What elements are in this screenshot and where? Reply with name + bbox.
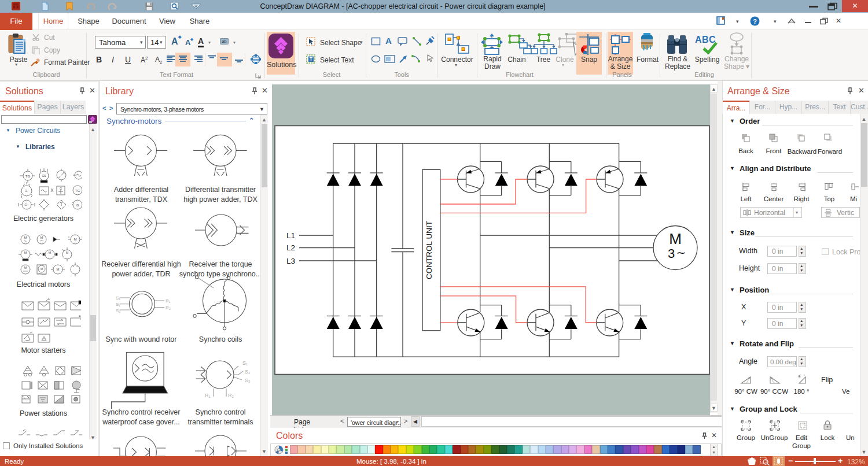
svg-text:G~: G~ — [25, 203, 29, 206]
svg-text:ab: ab — [222, 39, 227, 43]
svg-text:M: M — [41, 236, 43, 239]
svg-text:L1: L1 — [286, 231, 295, 240]
svg-text:R₂: R₂ — [165, 305, 171, 310]
svg-text:M: M — [24, 236, 27, 239]
svg-text:M: M — [669, 230, 682, 247]
svg-text:S₃: S₃ — [116, 308, 121, 313]
svg-text:TG: TG — [75, 189, 80, 193]
svg-text:transmitter terminals: transmitter terminals — [187, 418, 253, 426]
svg-text:Synchro control receiver: Synchro control receiver — [102, 408, 181, 416]
svg-text:Synchro control: Synchro control — [196, 408, 246, 416]
svg-text:Receiver differential high: Receiver differential high — [101, 260, 181, 268]
svg-text:S₂: S₂ — [116, 302, 120, 307]
svg-text:L3: L3 — [286, 257, 295, 265]
svg-text:transmitter, TDX: transmitter, TDX — [115, 195, 168, 204]
svg-text:∼: ∼ — [676, 246, 686, 259]
svg-text:G: G — [76, 204, 79, 207]
svg-text:M: M — [49, 251, 52, 254]
svg-text:waterproof case gover...: waterproof case gover... — [102, 418, 179, 426]
svg-text:Synchro coils: Synchro coils — [199, 335, 242, 343]
svg-text:S₁: S₁ — [242, 360, 248, 366]
svg-text:TG: TG — [25, 175, 31, 178]
svg-text:M: M — [66, 251, 68, 254]
svg-text:M: M — [24, 266, 27, 269]
svg-text:S₁: S₁ — [116, 295, 120, 301]
svg-text:synchro type synchrono...: synchro type synchrono... — [179, 270, 260, 278]
svg-text:Sync with wound rotor: Sync with wound rotor — [106, 335, 177, 343]
svg-text:3~: 3~ — [25, 190, 28, 193]
svg-text:Receiver the torque: Receiver the torque — [189, 260, 252, 268]
svg-text:high power adder, TDX: high power adder, TDX — [183, 195, 258, 204]
svg-text:M: M — [24, 251, 27, 254]
svg-text:R₁: R₁ — [205, 393, 211, 398]
svg-text:R₂: R₂ — [228, 393, 234, 398]
svg-text:CONTROL UNIT: CONTROL UNIT — [425, 221, 433, 279]
svg-text:?: ? — [753, 18, 757, 25]
svg-text:Differential transmitter: Differential transmitter — [185, 186, 256, 194]
svg-text:M: M — [74, 238, 77, 241]
svg-text:S₃: S₃ — [245, 378, 251, 383]
svg-text:Adder differential: Adder differential — [114, 186, 168, 194]
svg-text:R₁: R₁ — [165, 298, 171, 304]
svg-text:M: M — [57, 268, 60, 271]
svg-text:power adder, TDR: power adder, TDR — [112, 270, 170, 278]
svg-text:S₂: S₂ — [245, 369, 251, 375]
svg-text:3: 3 — [668, 246, 675, 261]
svg-text:GS: GS — [42, 174, 46, 177]
svg-text:M: M — [41, 267, 43, 271]
svg-text:L2: L2 — [286, 243, 295, 252]
